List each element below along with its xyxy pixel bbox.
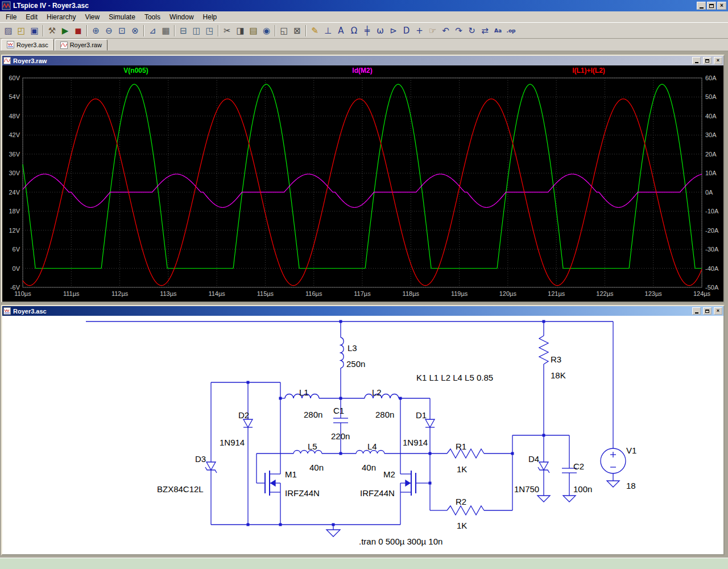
menu-hierarchy[interactable]: Hierarchy (42, 12, 80, 22)
menu-file[interactable]: File (1, 12, 21, 22)
label-C1[interactable]: C1 (333, 406, 344, 415)
find-icon[interactable]: ◉ (260, 24, 273, 37)
redo-icon[interactable]: ↷ (452, 24, 465, 37)
rotate-icon[interactable]: ↻ (465, 24, 478, 37)
run-icon[interactable]: ▶ (59, 24, 72, 37)
diode-icon[interactable]: ⊳ (387, 24, 400, 37)
schematic-canvas[interactable]: L3 250n K1 L1 L2 L4 L5 0.85 L1 280n L2 2… (2, 316, 723, 554)
value-C2[interactable]: 100n (573, 484, 592, 494)
directive-tran[interactable]: .tran 0 500µ 300µ 10n (359, 537, 442, 546)
menu-tools[interactable]: Tools (140, 12, 165, 22)
print-preview-icon[interactable]: ◱ (278, 24, 291, 37)
wire-icon[interactable]: ✎ (308, 24, 321, 37)
value-L2[interactable]: 280n (375, 410, 394, 419)
menu-simulate[interactable]: Simulate (104, 12, 140, 22)
value-D3[interactable]: BZX84C12L (157, 484, 204, 494)
net-label-icon[interactable]: A (334, 24, 348, 37)
tab-royer3-asc[interactable]: Royer3.asc (1, 39, 54, 51)
label-L2[interactable]: L2 (372, 387, 382, 397)
directive-k1[interactable]: K1 L1 L2 L4 L5 0.85 (416, 373, 493, 382)
trace-label[interactable]: V(n005) (123, 67, 148, 75)
print-icon[interactable]: ⊠ (291, 24, 304, 37)
zoom-area-icon[interactable]: ⊡ (115, 24, 129, 37)
open-icon[interactable]: ◰ (15, 24, 28, 37)
schematic-restore-button[interactable] (703, 307, 712, 315)
value-L3[interactable]: 250n (346, 359, 365, 369)
control-panel-icon[interactable]: ⚒ (46, 24, 59, 37)
zoom-full-extents-icon[interactable]: ⊗ (129, 24, 142, 37)
trace-label[interactable]: Id(M2) (352, 67, 372, 75)
schematic-close-button[interactable]: × (714, 307, 722, 315)
value-D1[interactable]: 1N914 (403, 438, 428, 447)
text-icon[interactable]: Aa (491, 24, 504, 37)
cut-icon[interactable]: ✂ (221, 24, 234, 37)
value-R1[interactable]: 1K (457, 464, 467, 474)
undo-icon[interactable]: ↶ (439, 24, 452, 37)
menu-view[interactable]: View (80, 12, 104, 22)
zoom-in-icon[interactable]: ⊕ (89, 24, 102, 37)
label-D2[interactable]: D2 (238, 410, 249, 420)
mosfet-M2[interactable] (400, 471, 416, 496)
voltage-source-V1[interactable] (601, 448, 626, 473)
label-L3[interactable]: L3 (348, 343, 357, 353)
ground-icon[interactable]: ⊥ (321, 24, 334, 37)
component-icon[interactable]: D (400, 24, 413, 37)
restore-button[interactable] (707, 2, 716, 10)
cascade-icon[interactable]: ◳ (203, 24, 216, 37)
label-R3[interactable]: R3 (551, 354, 561, 364)
value-L5[interactable]: 40n (309, 463, 324, 472)
label-L1[interactable]: L1 (299, 387, 309, 397)
waveform-plot[interactable]: 110µs111µs112µs113µs114µs115µs116µs117µs… (2, 65, 723, 302)
value-V1[interactable]: 18 (626, 481, 636, 490)
schematic-window-titlebar[interactable]: Royer3.asc × (2, 306, 723, 316)
trace-Id(M2)[interactable] (23, 174, 702, 208)
close-button[interactable]: × (717, 2, 726, 10)
tile-vertical-icon[interactable]: ◫ (190, 24, 203, 37)
label-R1[interactable]: R1 (456, 442, 466, 451)
capacitor-icon[interactable]: ╪ (361, 24, 374, 37)
label-D1[interactable]: D1 (416, 410, 427, 420)
minimize-button[interactable] (697, 2, 706, 10)
menu-edit[interactable]: Edit (21, 12, 42, 22)
label-L4[interactable]: L4 (367, 442, 377, 451)
mosfet-M1[interactable] (265, 471, 280, 496)
paste-icon[interactable]: ▤ (247, 24, 260, 37)
move-icon[interactable]: + (413, 24, 426, 37)
spice-directive-icon[interactable]: .op (504, 24, 518, 37)
waveform-window-titlebar[interactable]: Royer3.raw × (2, 56, 723, 65)
label-M2[interactable]: M2 (383, 469, 395, 479)
copy-icon[interactable]: ◨ (234, 24, 247, 37)
waveform-restore-button[interactable] (703, 57, 712, 64)
label-D3[interactable]: D3 (195, 454, 206, 464)
inductor-icon[interactable]: ω (374, 24, 387, 37)
save-icon[interactable]: ▣ (28, 24, 41, 37)
inductor-L3[interactable] (341, 337, 344, 368)
label-D4[interactable]: D4 (528, 454, 539, 464)
resistor-R3[interactable] (539, 336, 548, 364)
axis-labels[interactable]: 110µs111µs112µs113µs114µs115µs116µs117µs… (9, 75, 718, 297)
value-L1[interactable]: 280n (304, 410, 322, 419)
value-R2[interactable]: 1K (457, 521, 467, 530)
tile-horizontal-icon[interactable]: ⊟ (177, 24, 190, 37)
resistor-R2[interactable] (447, 506, 484, 515)
capacitor-C1[interactable] (333, 418, 348, 423)
trace-label[interactable]: I(L1)+I(L2) (572, 67, 605, 75)
autorange-y-icon[interactable]: ⊿ (146, 24, 159, 37)
value-M2[interactable]: IRFZ44N (360, 488, 395, 498)
new-schematic-icon[interactable]: ▨ (2, 24, 15, 37)
label-M1[interactable]: M1 (285, 469, 297, 479)
value-R3[interactable]: 18K (551, 370, 566, 380)
value-D2[interactable]: 1N914 (220, 438, 245, 447)
menu-help[interactable]: Help (198, 12, 222, 22)
halt-icon[interactable]: ◼ (72, 24, 85, 37)
tab-royer3-raw[interactable]: Royer3.raw (55, 39, 107, 51)
inductor-L2[interactable] (365, 394, 399, 399)
drag-icon[interactable]: ☞ (426, 24, 439, 37)
diode-D1[interactable] (425, 419, 435, 427)
value-M1[interactable]: IRFZ44N (285, 488, 320, 498)
label-V1[interactable]: V1 (626, 446, 636, 455)
label-R2[interactable]: R2 (456, 497, 466, 506)
resistor-icon[interactable]: Ω (348, 24, 361, 37)
mirror-icon[interactable]: ⇄ (478, 24, 491, 37)
zoom-out-icon[interactable]: ⊖ (102, 24, 115, 37)
